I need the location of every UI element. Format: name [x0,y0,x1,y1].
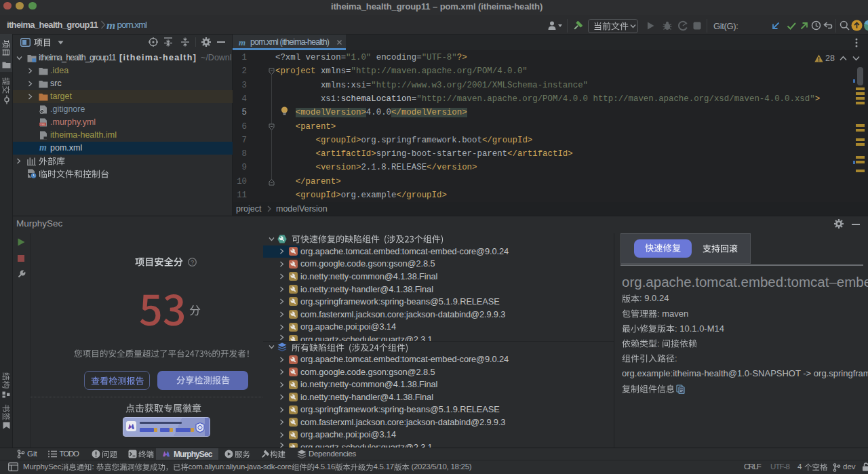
svg-text:?: ? [191,259,194,266]
svg-text:YML: YML [40,123,46,126]
